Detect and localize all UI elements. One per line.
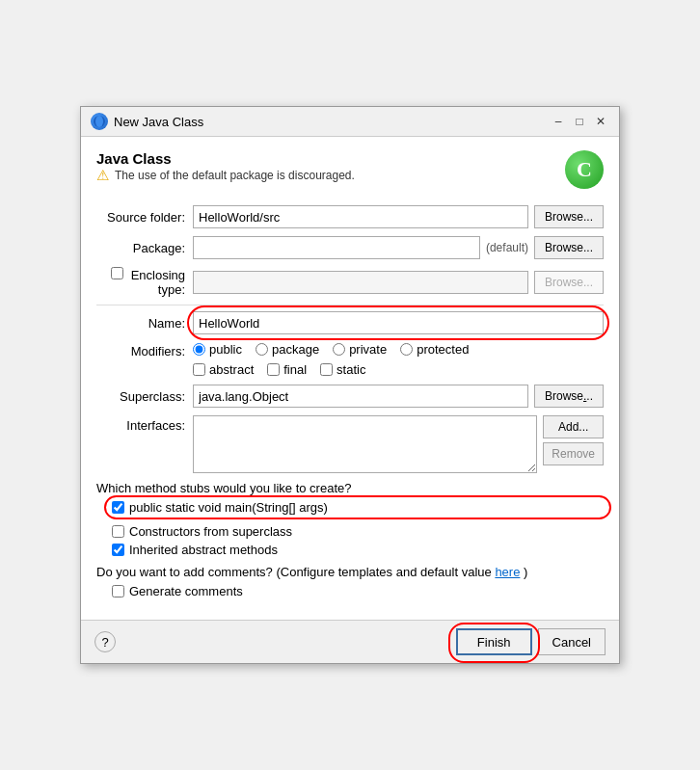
stub-main-label: public static void main(String[] args) xyxy=(129,500,328,515)
enclosing-type-checkbox[interactable] xyxy=(111,267,123,279)
package-row: Package: (default) Browse... xyxy=(96,236,604,259)
dialog-icon xyxy=(91,113,108,130)
cancel-button[interactable]: Cancel xyxy=(538,628,606,655)
close-button[interactable]: ✕ xyxy=(592,113,609,130)
comments-link[interactable]: here xyxy=(495,565,520,579)
remove-interface-button[interactable]: Remove xyxy=(543,442,604,465)
source-folder-row: Source folder: Browse... xyxy=(96,205,604,228)
package-label: Package: xyxy=(96,241,193,255)
generate-comments-checkbox[interactable] xyxy=(112,585,124,597)
title-bar: New Java Class – □ ✕ xyxy=(81,107,619,137)
interfaces-input[interactable] xyxy=(193,415,537,473)
svg-point-1 xyxy=(95,116,103,127)
stub-inherited-row[interactable]: Inherited abstract methods xyxy=(112,543,604,557)
modifier-final-checkbox[interactable]: final xyxy=(267,362,307,377)
stub-inherited-label: Inherited abstract methods xyxy=(129,543,278,557)
enclosing-type-input[interactable] xyxy=(193,271,528,294)
section-title: Java Class xyxy=(96,150,355,167)
name-input[interactable] xyxy=(193,311,604,334)
modifier-abstract-checkbox[interactable]: abstract xyxy=(193,362,254,377)
stub-main-row: public static void main(String[] args) xyxy=(112,500,604,515)
stubs-title: Which method stubs would you like to cre… xyxy=(96,481,604,495)
enclosing-type-label: Enclosing type: xyxy=(131,268,185,297)
name-row: Name: xyxy=(96,311,604,334)
stub-inherited-checkbox[interactable] xyxy=(112,544,124,556)
modifier-private-radio[interactable]: private xyxy=(333,342,387,357)
dialog-content: Java Class ⚠ The use of the default pack… xyxy=(81,137,619,620)
superclass-label: Superclass: xyxy=(96,389,193,404)
enclosing-type-row: Enclosing type: Browse... xyxy=(96,267,604,297)
source-folder-browse-button[interactable]: Browse... xyxy=(534,205,604,228)
superclass-row: Superclass: Browse... xyxy=(96,385,604,408)
stub-main-checkbox[interactable] xyxy=(112,501,124,514)
comments-prompt-end: ) xyxy=(524,565,527,579)
generate-comments-label: Generate comments xyxy=(129,584,243,598)
comments-section: Do you want to add comments? (Configure … xyxy=(96,565,604,598)
enclosing-type-browse-button[interactable]: Browse... xyxy=(534,271,604,294)
superclass-browse-button[interactable]: Browse... xyxy=(534,385,604,408)
dialog-footer: ? Finish Cancel xyxy=(81,620,619,663)
package-default-text: (default) xyxy=(486,241,528,254)
name-label: Name: xyxy=(96,316,193,331)
source-folder-input[interactable] xyxy=(193,205,528,228)
modifier-public-radio[interactable]: public xyxy=(193,342,242,357)
modifiers-label: Modifiers: xyxy=(96,344,193,358)
eclipse-logo: C xyxy=(565,150,604,189)
help-button[interactable]: ? xyxy=(94,631,116,652)
comments-prompt-text: Do you want to add comments? (Configure … xyxy=(96,565,492,579)
add-interface-button[interactable]: Add... xyxy=(543,415,604,438)
modifier-static-checkbox[interactable]: static xyxy=(320,362,365,377)
stub-constructors-checkbox[interactable] xyxy=(112,525,124,538)
stub-constructors-row[interactable]: Constructors from superclass xyxy=(112,524,604,539)
warning-icon: ⚠ xyxy=(96,167,109,184)
dialog-title: New Java Class xyxy=(114,115,203,129)
maximize-button[interactable]: □ xyxy=(571,113,588,130)
modifiers-section: Modifiers: public package private xyxy=(96,342,604,377)
stub-constructors-label: Constructors from superclass xyxy=(129,524,292,539)
warning-text: The use of the default package is discou… xyxy=(115,169,355,182)
modifier-protected-radio[interactable]: protected xyxy=(400,342,469,357)
stubs-section: Which method stubs would you like to cre… xyxy=(96,481,604,557)
modifier-package-radio[interactable]: package xyxy=(256,342,319,357)
interfaces-row: Interfaces: Add... Remove xyxy=(96,415,604,473)
package-browse-button[interactable]: Browse... xyxy=(534,236,604,259)
minimize-button[interactable]: – xyxy=(550,113,567,130)
interfaces-label: Interfaces: xyxy=(96,415,193,433)
source-folder-label: Source folder: xyxy=(96,210,193,225)
finish-button[interactable]: Finish xyxy=(456,628,532,655)
package-input[interactable] xyxy=(193,236,480,259)
superclass-input[interactable] xyxy=(193,385,528,408)
generate-comments-row[interactable]: Generate comments xyxy=(112,584,604,598)
